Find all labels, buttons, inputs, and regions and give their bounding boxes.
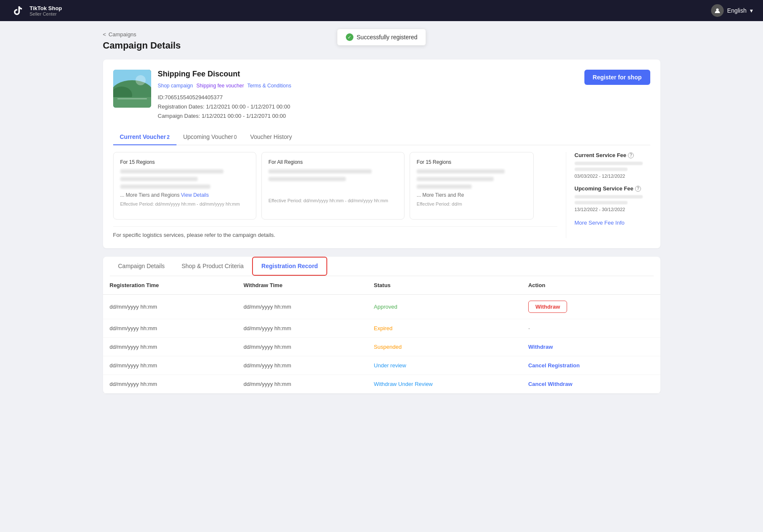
language-selector[interactable]: English ▾ <box>711 4 753 17</box>
tag-shop-campaign: Shop campaign <box>158 82 193 90</box>
cell-status-4: Withdraw Under Review <box>367 375 521 394</box>
campaign-dates: Campaign Dates: 1/12/2021 00:00 - 1/12/2… <box>158 111 578 121</box>
voucher-period-1: Effective Period: dd/mm/yyyy hh:mm - dd/… <box>120 201 249 206</box>
breadcrumb-parent-link[interactable]: Campaigns <box>109 31 136 38</box>
action-link-4[interactable]: Cancel Withdraw <box>528 381 573 387</box>
voucher-card-3: For 15 Regions ... More Tiers and Re Eff… <box>410 152 534 220</box>
voucher-tabs: Current Voucher2 Upcoming Voucher0 Vouch… <box>113 129 650 145</box>
campaign-name: Shipping Fee Discount <box>158 70 578 79</box>
voucher-tab-current[interactable]: Current Voucher2 <box>113 129 176 145</box>
side-blur-2 <box>575 168 627 171</box>
withdraw-button-0[interactable]: Withdraw <box>528 301 567 313</box>
svg-rect-0 <box>10 3 25 18</box>
success-check-icon: ✓ <box>346 33 353 41</box>
cell-withdraw-time-2: dd/mm/yyyy hh:mm <box>237 338 367 356</box>
cell-status-1: Expired <box>367 319 521 338</box>
voucher-card-1: For 15 Regions ... More Tiers and Region… <box>113 152 256 220</box>
language-label: English <box>727 7 747 14</box>
campaign-registration-dates: Registration Dates: 1/12/2021 00:00 - 1/… <box>158 102 578 111</box>
campaign-meta: ID:7065155405294405377 Registration Date… <box>158 93 578 121</box>
more-serve-fee-link[interactable]: More Serve Fee Info <box>575 220 625 226</box>
voucher-period-2: Effective Period: dd/mm/yyyy hh:mm - dd/… <box>269 198 397 203</box>
voucher-section: Current Voucher2 Upcoming Voucher0 Vouch… <box>113 129 650 238</box>
cell-action-1: - <box>521 319 660 338</box>
voucher-tab-upcoming[interactable]: Upcoming Voucher0 <box>176 129 244 145</box>
upcoming-service-fee-label: Upcoming Service Fee ? <box>575 185 650 192</box>
voucher-blur-2 <box>120 177 198 181</box>
tab-campaign-details[interactable]: Campaign Details <box>110 257 174 276</box>
success-toast: ✓ Successfully registered <box>337 29 426 46</box>
col-withdraw-time: Withdraw Time <box>237 276 367 295</box>
action-link-3[interactable]: Cancel Registration <box>528 362 580 369</box>
cell-action-3: Cancel Registration <box>521 356 660 375</box>
table-row: dd/mm/yyyy hh:mmdd/mm/yyyy hh:mmSuspende… <box>103 338 660 356</box>
voucher-cards: For 15 Regions ... More Tiers and Region… <box>113 152 557 220</box>
user-avatar <box>711 4 724 17</box>
cell-withdraw-time-1: dd/mm/yyyy hh:mm <box>237 319 367 338</box>
cell-reg-time-4: dd/mm/yyyy hh:mm <box>103 375 237 394</box>
voucher-blur-1 <box>120 169 223 174</box>
tab-registration-record[interactable]: Registration Record <box>252 257 327 276</box>
register-for-shop-button[interactable]: Register for shop <box>584 70 650 85</box>
cell-action-4: Cancel Withdraw <box>521 375 660 394</box>
cell-withdraw-time-0: dd/mm/yyyy hh:mm <box>237 295 367 319</box>
cell-withdraw-time-3: dd/mm/yyyy hh:mm <box>237 356 367 375</box>
voucher-blur-6 <box>417 169 505 174</box>
voucher-region-1: For 15 Regions <box>120 159 249 165</box>
voucher-more-3: ... More Tiers and Re <box>417 192 527 198</box>
cell-action-2: Withdraw <box>521 338 660 356</box>
cell-status-2: Suspended <box>367 338 521 356</box>
cell-reg-time-1: dd/mm/yyyy hh:mm <box>103 319 237 338</box>
voucher-blur-3 <box>120 185 211 189</box>
logo: TikTok Shop Seller Center <box>10 3 62 18</box>
action-link-2[interactable]: Withdraw <box>528 344 553 350</box>
voucher-blur-7 <box>417 177 494 181</box>
bottom-tabs: Campaign Details Shop & Product Criteria… <box>110 257 654 276</box>
campaign-info: Shipping Fee Discount Shop campaign Ship… <box>158 70 578 121</box>
cell-status-3: Under review <box>367 356 521 375</box>
toast-message: Successfully registered <box>357 34 418 41</box>
col-action: Action <box>521 276 660 295</box>
campaign-image <box>113 70 151 108</box>
view-details-link-1[interactable]: View Details <box>181 192 209 198</box>
upcoming-fee-help-icon[interactable]: ? <box>635 186 641 192</box>
upcoming-fee-date: 13/12/2022 - 30/12/2022 <box>575 207 650 212</box>
current-fee-help-icon[interactable]: ? <box>628 152 634 158</box>
side-blur-3 <box>575 195 643 198</box>
cell-reg-time-3: dd/mm/yyyy hh:mm <box>103 356 237 375</box>
cell-status-0: Approved <box>367 295 521 319</box>
voucher-blur-8 <box>417 185 472 189</box>
campaign-id: ID:7065155405294405377 <box>158 93 578 102</box>
header: TikTok Shop Seller Center English ▾ <box>0 0 763 21</box>
campaign-card: Shipping Fee Discount Shop campaign Ship… <box>103 60 660 248</box>
current-service-fee-label: Current Service Fee ? <box>575 152 650 158</box>
cell-action-0: Withdraw <box>521 295 660 319</box>
side-blur-1 <box>575 162 643 165</box>
side-panel: Current Service Fee ? 03/03/2022 - 12/12… <box>566 152 650 238</box>
table-row: dd/mm/yyyy hh:mmdd/mm/yyyy hh:mmExpired- <box>103 319 660 338</box>
registration-card: Campaign Details Shop & Product Criteria… <box>103 257 660 394</box>
voucher-blur-4 <box>269 169 372 174</box>
logo-text-line2: Seller Center <box>30 11 62 16</box>
terms-conditions-link[interactable]: Terms & Conditions <box>247 82 291 90</box>
voucher-region-3: For 15 Regions <box>417 159 527 165</box>
tag-shipping-fee: Shipping fee voucher <box>196 82 244 90</box>
tiktok-logo-icon <box>10 3 25 18</box>
campaign-header: Shipping Fee Discount Shop campaign Ship… <box>113 70 650 121</box>
voucher-tab-history[interactable]: Voucher History <box>244 129 299 145</box>
current-fee-date: 03/03/2022 - 12/12/2022 <box>575 174 650 179</box>
voucher-card-2: For All Regions Effective Period: dd/mm/… <box>261 152 405 220</box>
cell-reg-time-2: dd/mm/yyyy hh:mm <box>103 338 237 356</box>
chevron-down-icon: ▾ <box>750 7 753 14</box>
table-row: dd/mm/yyyy hh:mmdd/mm/yyyy hh:mmUnder re… <box>103 356 660 375</box>
voucher-more-1: ... More Tiers and Regions View Details <box>120 192 249 198</box>
table-row: dd/mm/yyyy hh:mmdd/mm/yyyy hh:mmApproved… <box>103 295 660 319</box>
registration-table-wrap: Registeration Time Withdraw Time Status … <box>103 276 660 394</box>
campaign-main: For 15 Regions ... More Tiers and Region… <box>113 152 557 238</box>
col-registration-time: Registeration Time <box>103 276 237 295</box>
cell-withdraw-time-4: dd/mm/yyyy hh:mm <box>237 375 367 394</box>
registration-table: Registeration Time Withdraw Time Status … <box>103 276 660 394</box>
tab-shop-product-criteria[interactable]: Shop & Product Criteria <box>173 257 252 276</box>
cell-reg-time-0: dd/mm/yyyy hh:mm <box>103 295 237 319</box>
breadcrumb-chevron: < <box>103 31 106 38</box>
